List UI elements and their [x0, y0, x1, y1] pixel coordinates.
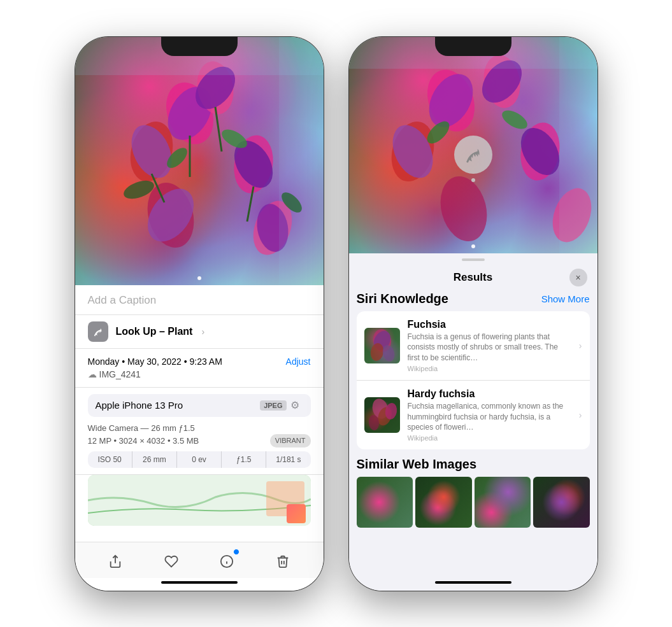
hardy-fuchsia-chevron: ›: [579, 410, 582, 420]
web-image-4[interactable]: [533, 477, 590, 528]
results-panel: Results × Siri Knowledge Show More: [349, 253, 597, 578]
info-button[interactable]: [215, 550, 238, 573]
home-bar: [75, 578, 324, 591]
fuchsia-description: Fuchsia is a genus of flowering plants t…: [408, 332, 571, 363]
knowledge-card: Fuchsia Fuchsia is a genus of flowering …: [357, 311, 590, 450]
show-more-button[interactable]: Show More: [541, 293, 590, 304]
web-image-1[interactable]: [357, 477, 413, 528]
exif-ev: 0 ev: [177, 451, 222, 468]
camera-spec: Wide Camera — 26 mm ƒ1.5: [88, 422, 311, 435]
location-row: ☁ IMG_4241: [88, 369, 311, 379]
adjust-button[interactable]: Adjust: [286, 356, 311, 367]
right-home-bar: [349, 578, 597, 591]
meta-section: Monday • May 30, 2022 • 9:23 AM Adjust ☁…: [75, 349, 324, 388]
fuchsia-thumb-svg: [364, 328, 400, 363]
knowledge-item-hardy-fuchsia[interactable]: Hardy fuchsia Fuchsia magellanica, commo…: [357, 381, 590, 449]
map-svg: [88, 475, 311, 526]
hardy-fuchsia-description: Fuchsia magellanica, commonly known as t…: [408, 401, 571, 433]
jpeg-badge: JPEG: [260, 400, 286, 411]
svg-rect-50: [364, 397, 400, 433]
web-images-row: [357, 477, 590, 528]
results-content: Siri Knowledge Show More: [349, 292, 597, 578]
device-section: Apple iPhone 13 Pro JPEG ⚙ Wide Camera —…: [75, 388, 324, 475]
right-phone: Results × Siri Knowledge Show More: [349, 37, 597, 591]
svg-rect-40: [559, 37, 597, 253]
svg-point-35: [433, 171, 494, 246]
hardy-fuchsia-thumbnail: [364, 397, 400, 433]
exif-iso: ISO 50: [88, 451, 132, 468]
hardy-fuchsia-source: Wikipedia: [408, 434, 571, 442]
fuchsia-thumbnail: [364, 328, 400, 363]
gear-icon: ⚙: [290, 399, 303, 412]
exif-shutter: 1/181 s: [266, 451, 310, 468]
delete-button[interactable]: [271, 550, 294, 573]
camera-details: Wide Camera — 26 mm ƒ1.5 12 MP • 3024 × …: [88, 422, 311, 447]
device-row: Apple iPhone 13 Pro JPEG ⚙: [88, 394, 311, 417]
siri-dot: [471, 178, 475, 182]
left-phone: Add a Caption Look Up – Plant › Monday •…: [75, 37, 324, 591]
fuchsia-text: Fuchsia Fuchsia is a genus of flowering …: [408, 319, 571, 372]
web-image-3[interactable]: [475, 477, 531, 528]
svg-point-38: [499, 106, 530, 132]
fuchsia-name: Fuchsia: [408, 319, 571, 330]
favorite-button[interactable]: [160, 550, 183, 573]
exif-focal: 26 mm: [132, 451, 177, 468]
right-home-indicator: [435, 581, 511, 584]
filename: IMG_4241: [99, 369, 141, 379]
web-image-2[interactable]: [415, 477, 472, 528]
knowledge-item-fuchsia[interactable]: Fuchsia Fuchsia is a genus of flowering …: [357, 311, 590, 381]
siri-knowledge-header: Siri Knowledge Show More: [357, 292, 590, 306]
resolution-row: 12 MP • 3024 × 4032 • 3.5 MB VIBRANT: [88, 434, 311, 447]
photo-date: Monday • May 30, 2022 • 9:23 AM: [88, 356, 222, 367]
close-button[interactable]: ×: [569, 269, 587, 286]
web-images-title: Similar Web Images: [357, 457, 590, 472]
date-row: Monday • May 30, 2022 • 9:23 AM Adjust: [88, 356, 311, 367]
home-indicator: [161, 581, 238, 584]
cloud-icon: ☁: [88, 369, 97, 379]
device-name: Apple iPhone 13 Pro: [96, 400, 183, 411]
right-photo-area: [349, 37, 597, 253]
results-title: Results: [377, 271, 569, 284]
fuchsia-source: Wikipedia: [408, 365, 571, 372]
photo-area[interactable]: [75, 37, 324, 285]
hardy-fuchsia-text: Hardy fuchsia Fuchsia magellanica, commo…: [408, 388, 571, 442]
lookup-icon: [88, 321, 108, 342]
leaf-icon: [463, 144, 483, 165]
hardy-fuchsia-name: Hardy fuchsia: [408, 388, 571, 400]
share-button[interactable]: [104, 550, 127, 573]
exif-row: ISO 50 26 mm 0 ev ƒ1.5 1/181 s: [88, 451, 311, 468]
results-header: Results ×: [349, 261, 597, 292]
caption-field[interactable]: Add a Caption: [75, 285, 324, 315]
lookup-row[interactable]: Look Up – Plant ›: [75, 315, 324, 349]
hardy-thumb-svg: [364, 397, 400, 433]
caption-placeholder: Add a Caption: [88, 294, 157, 306]
right-phone-screen: Results × Siri Knowledge Show More: [349, 37, 597, 591]
fuchsia-thumb-bg: [364, 328, 400, 363]
svg-rect-21: [279, 37, 324, 285]
left-phone-screen: Add a Caption Look Up – Plant › Monday •…: [75, 37, 324, 591]
fuchsia-chevron: ›: [579, 341, 582, 351]
exif-aperture: ƒ1.5: [222, 451, 266, 468]
lookup-text: Look Up – Plant: [116, 326, 193, 337]
device-badges: JPEG ⚙: [260, 399, 303, 412]
map-thumbnail[interactable]: [88, 475, 311, 526]
vibrant-badge: VIBRANT: [270, 434, 311, 447]
lookup-chevron: ›: [201, 327, 204, 337]
svg-rect-23: [266, 481, 304, 516]
flower-svg: [75, 37, 324, 285]
siri-visual-search-badge[interactable]: [454, 136, 492, 174]
info-area: Add a Caption Look Up – Plant › Monday •…: [75, 285, 324, 542]
hardy-thumb-bg: [364, 397, 400, 433]
toolbar: [75, 542, 324, 578]
svg-rect-45: [364, 328, 400, 363]
siri-knowledge-title: Siri Knowledge: [357, 292, 448, 306]
flower-photo: [75, 37, 324, 285]
